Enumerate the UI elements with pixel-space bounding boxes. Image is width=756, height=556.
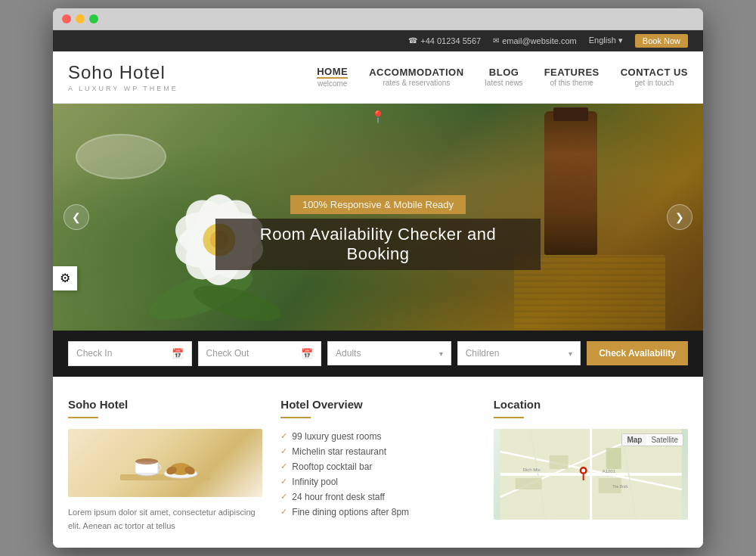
list-item: 99 luxury guest rooms	[280, 429, 475, 444]
booking-bar: Check In 📅 Check Out 📅 Adults ▾ Children…	[53, 331, 703, 377]
site-header: Soho Hotel A Luxury WP Theme HOME welcom…	[53, 51, 703, 104]
phone-number: +44 01234 5567	[420, 36, 481, 45]
map-view-button[interactable]: Map	[622, 434, 646, 446]
hero-badge: 100% Responsive & Mobile Ready	[290, 195, 466, 214]
list-item: Infinity pool	[280, 474, 475, 489]
language-selector[interactable]: English ▾	[589, 36, 623, 45]
soho-hotel-column: Soho Hotel	[68, 398, 262, 533]
nav-sub-contact: get in touch	[621, 79, 688, 87]
nav-menu: HOME welcome ACCOMMODATION rates & reser…	[317, 66, 688, 88]
svg-text:A1201: A1201	[602, 469, 615, 474]
hotel-image	[68, 429, 262, 497]
browser-chrome	[53, 8, 703, 30]
adults-label: Adults	[336, 348, 361, 359]
settings-widget[interactable]: ⚙	[53, 266, 77, 290]
soho-underline	[68, 417, 98, 418]
hero-title: Room Availability Checker and Booking	[215, 219, 541, 270]
dropdown-arrow-children: ▾	[569, 349, 572, 358]
bottle-cap	[553, 107, 588, 121]
minimize-dot[interactable]	[76, 14, 85, 23]
nav-sub-accommodation: rates & reservations	[369, 79, 463, 87]
calendar-icon: 📅	[172, 348, 184, 359]
maximize-dot[interactable]	[89, 14, 98, 23]
bottle-decoration	[544, 111, 597, 255]
email-info: email@website.com	[493, 36, 577, 45]
book-now-button[interactable]: Book Now	[635, 34, 688, 48]
nav-item-features[interactable]: FEATURES of this theme	[544, 67, 600, 87]
soho-description: Lorem ipsum dolor sit amet, consectetur …	[68, 506, 262, 533]
calendar-icon-2: 📅	[301, 348, 313, 359]
checkin-label: Check In	[76, 348, 112, 359]
nav-item-contact[interactable]: CONTACT US get in touch	[621, 67, 688, 87]
nav-item-accommodation[interactable]: ACCOMMODATION rates & reservations	[369, 67, 463, 87]
overview-underline	[280, 417, 311, 418]
checkout-field[interactable]: Check Out 📅	[198, 341, 322, 366]
children-label: Children	[466, 348, 500, 359]
svg-point-29	[581, 468, 585, 472]
svg-rect-25	[549, 455, 568, 469]
top-bar: +44 01234 5567 email@website.com English…	[53, 30, 703, 51]
children-select[interactable]: Children ▾	[457, 341, 581, 365]
soho-hotel-heading: Soho Hotel	[68, 398, 262, 411]
checkin-field[interactable]: Check In 📅	[68, 341, 192, 366]
nav-main-home: HOME	[317, 66, 348, 79]
svg-point-12	[135, 458, 158, 464]
nav-main-features: FEATURES	[544, 67, 600, 78]
nav-sub-home: welcome	[317, 79, 348, 88]
hero-section: 📍	[53, 104, 703, 331]
nav-sub-features: of this theme	[544, 79, 600, 87]
phone-info: +44 01234 5567	[408, 36, 481, 45]
breakfast-svg	[105, 433, 226, 493]
browser-body: +44 01234 5567 email@website.com English…	[53, 30, 703, 548]
list-item: Rooftop cocktail bar	[280, 459, 475, 474]
nav-main-contact: CONTACT US	[621, 67, 688, 78]
satellite-view-button[interactable]: Satellite	[646, 434, 683, 446]
gear-icon: ⚙	[60, 271, 70, 285]
overview-heading: Hotel Overview	[280, 398, 475, 411]
hero-next-button[interactable]: ❯	[667, 204, 692, 230]
nav-item-home[interactable]: HOME welcome	[317, 66, 348, 88]
location-column: Location	[494, 398, 688, 533]
email-address: email@website.com	[502, 36, 577, 45]
map-area[interactable]: A1201 Rich Mix The Brick Map Satellite	[494, 429, 688, 520]
nav-main-blog: BLOG	[485, 67, 523, 78]
overview-list: 99 luxury guest rooms Michelin star rest…	[280, 429, 475, 520]
logo-title: Soho Hotel	[68, 62, 178, 83]
location-heading: Location	[494, 398, 688, 411]
content-section: Soho Hotel	[53, 377, 703, 548]
svg-text:The Brick: The Brick	[612, 484, 628, 489]
hero-text-area: 100% Responsive & Mobile Ready Room Avai…	[215, 195, 541, 270]
map-controls: Map Satellite	[621, 433, 683, 446]
hotel-overview-column: Hotel Overview 99 luxury guest rooms Mic…	[280, 398, 475, 533]
list-item: Michelin star restaurant	[280, 444, 475, 459]
close-dot[interactable]	[62, 14, 71, 23]
svg-text:Rich Mix: Rich Mix	[522, 467, 540, 472]
svg-rect-26	[606, 448, 621, 469]
list-item: Fine dining options after 8pm	[280, 505, 475, 520]
dropdown-arrow-adults: ▾	[439, 349, 443, 358]
check-availability-button[interactable]: Check Availability	[587, 341, 688, 365]
nav-item-blog[interactable]: BLOG latest news	[485, 67, 523, 87]
browser-window: +44 01234 5567 email@website.com English…	[53, 8, 703, 548]
location-pin-icon: 📍	[370, 110, 386, 124]
adults-select[interactable]: Adults ▾	[327, 341, 451, 365]
svg-rect-27	[515, 478, 541, 489]
logo-subtitle: A Luxury WP Theme	[68, 85, 178, 92]
logo-area: Soho Hotel A Luxury WP Theme	[68, 62, 178, 92]
chevron-right-icon: ❯	[675, 211, 684, 223]
list-item: 24 hour front desk staff	[280, 489, 475, 505]
chevron-left-icon: ❮	[72, 211, 81, 223]
nav-sub-blog: latest news	[485, 79, 523, 87]
checkout-label: Check Out	[206, 348, 249, 359]
location-underline	[494, 417, 524, 418]
nav-main-accommodation: ACCOMMODATION	[369, 67, 463, 78]
hero-prev-button[interactable]: ❮	[64, 204, 89, 230]
